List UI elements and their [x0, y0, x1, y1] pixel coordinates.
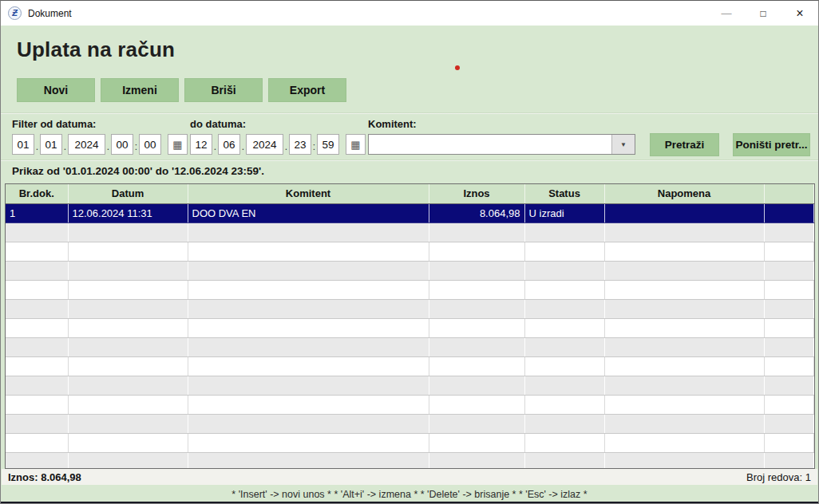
empty-cell [764, 280, 814, 299]
from-month-field[interactable] [40, 134, 62, 155]
empty-cell [188, 337, 429, 356]
empty-cell [524, 414, 604, 433]
empty-cell [604, 433, 764, 452]
statusbar: * 'Insert' -> novi unos * * 'Alt+i' -> i… [2, 485, 817, 503]
empty-cell [188, 280, 429, 299]
table-row-selected[interactable]: 1 12.06.2024 11:31 DOO DVA EN 8.064,98 U… [6, 203, 814, 222]
column-header-br-dok[interactable]: Br.dok. [6, 184, 68, 203]
toolbar: Novi Izmeni Briši Export [17, 78, 346, 102]
empty-cell [764, 395, 814, 414]
cell-napomena[interactable] [604, 203, 764, 222]
table-row[interactable] [6, 433, 814, 452]
cell-status[interactable]: U izradi [524, 203, 604, 222]
empty-cell [188, 299, 429, 318]
edit-button[interactable]: Izmeni [101, 78, 179, 102]
minimize-icon[interactable]: — [708, 1, 745, 26]
cell-datum[interactable]: 12.06.2024 11:31 [68, 203, 188, 222]
window-controls: — □ × [708, 1, 818, 26]
to-year-field[interactable] [246, 134, 283, 155]
column-header-iznos[interactable]: Iznos [429, 184, 524, 203]
to-minute-field[interactable] [317, 134, 339, 155]
table-row[interactable] [6, 452, 814, 469]
empty-cell [68, 222, 188, 242]
from-day-field[interactable] [12, 134, 34, 155]
table-row[interactable] [6, 261, 814, 280]
empty-cell [604, 242, 764, 261]
empty-cell [429, 280, 524, 299]
grid-footer: Iznos: 8.064,98 Broj redova: 1 [2, 469, 817, 485]
empty-cell [604, 376, 764, 395]
new-button[interactable]: Novi [17, 78, 95, 102]
table-row[interactable] [6, 299, 814, 318]
empty-cell [524, 222, 604, 242]
table-row[interactable] [6, 337, 814, 356]
empty-cell [188, 452, 429, 469]
empty-cell [604, 395, 764, 414]
maximize-icon[interactable]: □ [745, 1, 781, 26]
empty-cell [524, 395, 604, 414]
close-icon[interactable]: × [781, 1, 818, 26]
column-header-napomena[interactable]: Napomena [604, 184, 764, 203]
cell-br-dok[interactable]: 1 [6, 203, 68, 222]
empty-cell [429, 299, 524, 318]
empty-cell [68, 452, 188, 469]
empty-cell [764, 414, 814, 433]
table-row[interactable] [6, 242, 814, 261]
column-header-extra[interactable] [764, 184, 814, 203]
column-header-datum[interactable]: Datum [68, 184, 188, 203]
cell-komitent[interactable]: DOO DVA EN [188, 203, 429, 222]
reset-search-button[interactable]: Poništi pretr... [733, 133, 810, 156]
date-separator: . [212, 141, 218, 155]
time-separator: : [311, 141, 317, 155]
empty-cell [429, 395, 524, 414]
from-hour-field[interactable] [111, 134, 133, 155]
table-row[interactable] [6, 395, 814, 414]
empty-cell [524, 337, 604, 356]
to-date-group: . . . : ▦ [190, 134, 366, 155]
table-row[interactable] [6, 356, 814, 376]
empty-cell [604, 337, 764, 356]
to-hour-field[interactable] [289, 134, 311, 155]
komitent-combobox[interactable]: ▼ [368, 134, 635, 155]
from-calendar-icon[interactable]: ▦ [168, 134, 188, 155]
empty-cell [6, 452, 68, 469]
from-minute-field[interactable] [139, 134, 161, 155]
to-month-field[interactable] [218, 134, 240, 155]
search-button[interactable]: Pretraži [650, 133, 719, 156]
documents-grid: Br.dok. Datum Komitent Iznos Status Napo… [5, 183, 815, 469]
empty-cell [764, 376, 814, 395]
time-separator: : [133, 141, 139, 155]
empty-cell [429, 337, 524, 356]
empty-cell [429, 433, 524, 452]
empty-cell [6, 433, 68, 452]
empty-cell [6, 222, 68, 242]
empty-cell [429, 318, 524, 337]
cell-iznos[interactable]: 8.064,98 [429, 203, 524, 222]
empty-cell [6, 261, 68, 280]
empty-cell [429, 261, 524, 280]
cell-extra[interactable] [764, 203, 814, 222]
column-header-status[interactable]: Status [524, 184, 604, 203]
table-row[interactable] [6, 222, 814, 242]
empty-cell [604, 222, 764, 242]
empty-cell [524, 433, 604, 452]
app-window: Ƶ Dokument — □ × Uplata na račun Novi Iz… [0, 0, 819, 504]
from-year-field[interactable] [68, 134, 105, 155]
empty-cell [524, 261, 604, 280]
empty-cell [6, 356, 68, 376]
to-calendar-icon[interactable]: ▦ [346, 134, 366, 155]
table-row[interactable] [6, 280, 814, 299]
to-day-field[interactable] [190, 134, 212, 155]
date-separator: . [240, 141, 246, 155]
from-date-group: . . . : ▦ [12, 134, 188, 155]
komitent-input[interactable] [369, 135, 611, 154]
chevron-down-icon[interactable]: ▼ [611, 135, 635, 154]
export-button[interactable]: Export [268, 78, 346, 102]
table-row[interactable] [6, 376, 814, 395]
table-row[interactable] [6, 318, 814, 337]
table-row[interactable] [6, 414, 814, 433]
delete-button[interactable]: Briši [184, 78, 263, 102]
empty-cell [188, 242, 429, 261]
empty-cell [429, 356, 524, 376]
column-header-komitent[interactable]: Komitent [188, 184, 429, 203]
